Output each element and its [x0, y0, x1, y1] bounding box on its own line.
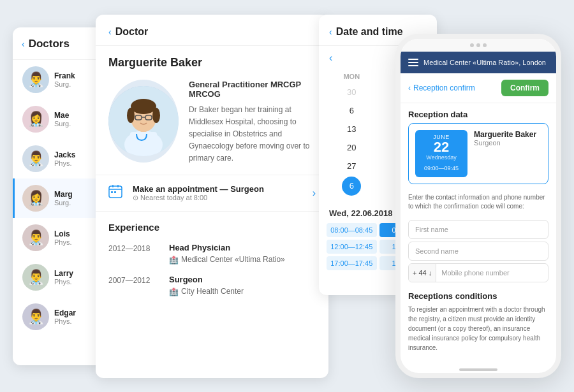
- exp-place-name: City Health Center: [181, 287, 244, 296]
- phone-status-bar: [401, 39, 556, 52]
- exp-place: 🏥 City Health Center: [169, 287, 316, 296]
- doctor-list-item[interactable]: 👨‍⚕️ Frank Surg.: [13, 60, 105, 99]
- reception-data-card: JUNE 22 Wednesday 09:00—09:45 Marguerite…: [408, 123, 548, 184]
- doctor-spec-small: Phys.: [54, 238, 72, 246]
- reception-back-btn[interactable]: ‹ Reception confirm: [408, 83, 475, 92]
- appointment-text: Make an appointment — Surgeon ⊙ Nearest …: [133, 184, 264, 202]
- doctor-profile-section: General Practitioner MRCGP MRCOG Dr Bake…: [96, 75, 328, 175]
- cal-cell[interactable]: 30: [327, 84, 377, 100]
- exp-role: Head Physician: [169, 243, 316, 252]
- time-slot[interactable]: 17:00—17:45: [327, 256, 377, 270]
- exp-years: 2012—2018: [108, 243, 156, 265]
- hamburger-line-1: [408, 59, 418, 60]
- doctor-info-small: Frank Surg.: [54, 71, 75, 88]
- first-name-input[interactable]: First name: [408, 220, 548, 239]
- experience-title: Experience: [108, 222, 316, 233]
- doctors-panel: ‹ Doctors 👨‍⚕️ Frank Surg. 👩‍⚕️ Mae Surg…: [13, 27, 105, 365]
- doctor-spec-small: Surg.: [54, 120, 71, 127]
- doctor-photo: [108, 80, 179, 163]
- date-weekday: Wednesday: [420, 154, 462, 161]
- doctor-info-small: Larry Phys.: [54, 269, 73, 286]
- second-name-input[interactable]: Second name: [408, 242, 548, 261]
- experience-section: Experience 2012—2018 Head Physician 🏥 Me…: [96, 212, 328, 317]
- time-slot[interactable]: 08:00—08:45: [327, 223, 377, 237]
- phone-header: Medical Center «Ultima Ratio», London: [401, 52, 556, 73]
- hamburger-icon[interactable]: [408, 59, 418, 66]
- conditions-title: Receptions conditions: [401, 285, 556, 305]
- phone-number-input[interactable]: Mobile phone number: [436, 264, 548, 282]
- doctor-detail-title: Doctor: [115, 26, 149, 38]
- doctor-spec-small: Phys.: [54, 317, 76, 325]
- time-slot[interactable]: 12:00—12:45: [327, 240, 377, 254]
- cal-day-mon: MON: [327, 73, 377, 80]
- doctor-avatar: 👨‍⚕️: [22, 66, 49, 93]
- cal-cell[interactable]: 6: [327, 103, 377, 119]
- svg-point-5: [131, 99, 156, 114]
- datetime-back-chevron[interactable]: ‹: [329, 27, 332, 37]
- doctor-list-item[interactable]: 👨‍⚕️ Larry Phys.: [13, 258, 105, 297]
- doctor-avatar: 👨‍⚕️: [22, 145, 49, 172]
- doctors-panel-title: Doctors: [29, 38, 70, 50]
- reception-doctor-name: Marguerite Baker: [474, 130, 541, 139]
- building-icon: 🏥: [169, 256, 179, 265]
- svg-point-7: [152, 108, 160, 123]
- doctor-spec-large: General Practitioner MRCGP MRCOG: [189, 80, 316, 99]
- avatar-emoji: 👨‍⚕️: [27, 229, 45, 246]
- phone-frame: Medical Center «Ultima Ratio», London ‹ …: [395, 34, 561, 378]
- doctor-name-small: Frank: [54, 71, 75, 80]
- confirm-button[interactable]: Confirm: [501, 80, 548, 96]
- doctor-list-item[interactable]: 👨‍⚕️ Lois Phys.: [13, 218, 105, 258]
- home-bar: [459, 368, 497, 371]
- appointment-sub: ⊙ Nearest today at 8:00: [133, 194, 264, 202]
- reception-back-label: Reception confirm: [413, 83, 475, 92]
- doctor-list: 👨‍⚕️ Frank Surg. 👩‍⚕️ Mae Surg. 👨‍⚕️ Jac…: [13, 60, 105, 337]
- doctor-photo-circle: [108, 86, 179, 156]
- cal-cell[interactable]: 13: [327, 121, 377, 137]
- phone-inner: Medical Center «Ultima Ratio», London ‹ …: [401, 39, 556, 373]
- phone-prefix: + 44 ↓: [409, 264, 436, 282]
- calendar-prev-btn[interactable]: ‹: [329, 52, 332, 64]
- main-container: ‹ Doctors 👨‍⚕️ Frank Surg. 👩‍⚕️ Mae Surg…: [13, 15, 561, 378]
- doctor-list-item[interactable]: 👩‍⚕️ Mae Surg.: [13, 99, 105, 139]
- doctor-info-small: Jacks Phys.: [54, 150, 75, 167]
- cal-cell[interactable]: 20: [327, 140, 377, 156]
- cal-cell[interactable]: 6: [342, 177, 361, 196]
- date-box: JUNE 22 Wednesday 09:00—09:45: [415, 130, 467, 177]
- avatar-emoji: 👩‍⚕️: [27, 111, 45, 127]
- status-dot-2: [476, 43, 480, 47]
- doctor-avatar-svg: [108, 86, 179, 156]
- reception-doctor-info: Marguerite Baker Surgeon: [474, 130, 541, 147]
- svg-rect-13: [112, 185, 114, 187]
- doctor-desc: General Practitioner MRCGP MRCOG Dr Bake…: [189, 80, 316, 165]
- cal-cell[interactable]: 27: [327, 158, 377, 174]
- doctor-list-item[interactable]: 👩‍⚕️ Marg Surg.: [13, 178, 105, 218]
- doctor-list-item[interactable]: 👨‍⚕️ Jacks Phys.: [13, 139, 105, 178]
- appointment-bar[interactable]: Make an appointment — Surgeon ⊙ Nearest …: [96, 175, 328, 212]
- exp-list: 2012—2018 Head Physician 🏥 Medical Cente…: [108, 243, 316, 296]
- svg-rect-16: [114, 191, 116, 193]
- reception-doctor-spec: Surgeon: [474, 139, 541, 147]
- svg-rect-14: [117, 185, 119, 187]
- doctor-name-small: Jacks: [54, 150, 75, 159]
- reception-header: ‹ Reception confirm Confirm: [401, 73, 556, 103]
- avatar-emoji: 👨‍⚕️: [27, 269, 45, 286]
- doctor-list-item[interactable]: 👨‍⚕️ Edgar Phys.: [13, 297, 105, 337]
- exp-details: Head Physician 🏥 Medical Center «Ultima …: [169, 243, 316, 265]
- phone-clinic-name: Medical Center «Ultima Ratio», London: [423, 58, 546, 67]
- doctor-avatar: 👩‍⚕️: [22, 185, 49, 212]
- doctor-spec-small: Phys.: [54, 159, 75, 167]
- svg-rect-2: [130, 132, 157, 151]
- phone-home-indicator: [401, 360, 556, 373]
- calendar-icon: [108, 184, 126, 202]
- exp-place: 🏥 Medical Center «Ultima Ratio»: [169, 255, 316, 265]
- appointment-left: Make an appointment — Surgeon ⊙ Nearest …: [108, 184, 264, 202]
- exp-role: Surgeon: [169, 275, 316, 284]
- doctors-back-chevron[interactable]: ‹: [22, 39, 25, 49]
- reception-back-chevron: ‹: [408, 83, 411, 92]
- svg-point-6: [127, 108, 135, 123]
- doctor-detail-back-chevron[interactable]: ‹: [108, 27, 112, 37]
- doctor-info-small: Lois Phys.: [54, 229, 72, 246]
- status-dot-1: [470, 43, 474, 47]
- phone-status-dots: [470, 43, 487, 47]
- conditions-text: To register an appointment with a doctor…: [401, 305, 556, 360]
